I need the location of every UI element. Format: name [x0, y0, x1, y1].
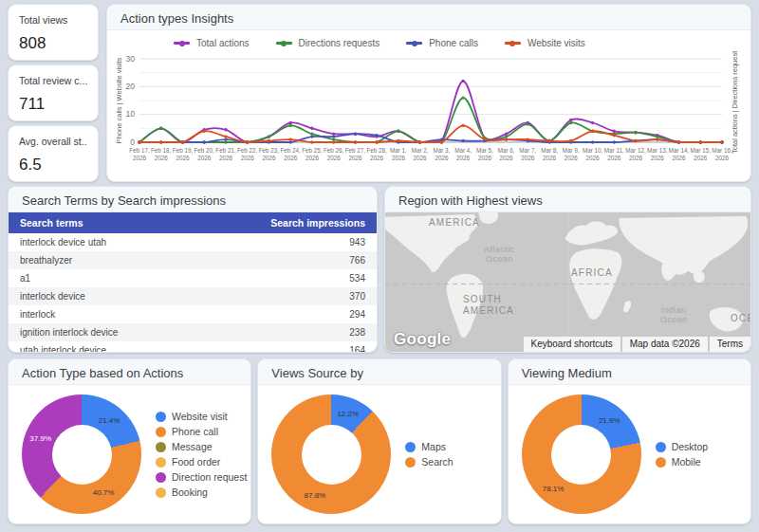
data-point[interactable]: [332, 133, 335, 136]
data-point[interactable]: [310, 127, 313, 130]
legend-item-direction-request[interactable]: Direction request: [156, 471, 247, 483]
data-point[interactable]: [613, 134, 616, 137]
legend-item-phone-calls[interactable]: Phone calls: [406, 38, 478, 48]
data-point[interactable]: [440, 140, 443, 143]
donut-chart[interactable]: 21.4%40.7%37.9%: [22, 394, 141, 514]
world-map[interactable]: AMERICAAtlantic OceanAFRICASOUTH AMERICA…: [385, 212, 750, 352]
table-row[interactable]: a1534: [9, 269, 377, 287]
terms-link[interactable]: Terms: [710, 337, 750, 352]
legend-item-mobile[interactable]: Mobile: [656, 456, 709, 468]
data-point[interactable]: [268, 139, 270, 142]
x-tick-year: 2026: [241, 155, 255, 161]
x-tick-label: Mar 7,: [519, 147, 536, 154]
data-point[interactable]: [224, 128, 227, 131]
column-header-search-terms[interactable]: Search terms: [9, 212, 193, 233]
data-point[interactable]: [527, 122, 529, 125]
legend-item-message[interactable]: Message: [156, 441, 247, 452]
data-point[interactable]: [461, 96, 464, 99]
column-header-search-impressions[interactable]: Search impressions: [193, 212, 377, 233]
legend-item-directions-requests[interactable]: Directions requests: [276, 38, 380, 48]
x-tick-year: 2026: [327, 155, 342, 161]
data-point[interactable]: [527, 138, 529, 140]
legend-item-search[interactable]: Search: [405, 456, 453, 468]
data-point[interactable]: [159, 140, 162, 143]
data-point[interactable]: [634, 139, 637, 142]
legend-item-desktop[interactable]: Desktop: [656, 441, 709, 452]
data-point[interactable]: [613, 130, 616, 133]
data-point[interactable]: [613, 140, 616, 143]
data-point[interactable]: [268, 135, 270, 138]
data-point[interactable]: [224, 135, 227, 138]
data-point[interactable]: [138, 140, 140, 143]
data-point[interactable]: [569, 139, 572, 142]
data-point[interactable]: [354, 133, 357, 136]
data-point[interactable]: [181, 140, 184, 143]
data-point[interactable]: [203, 130, 206, 133]
data-point[interactable]: [375, 134, 378, 137]
legend-item-booking[interactable]: Booking: [156, 486, 247, 498]
data-point[interactable]: [203, 140, 206, 143]
data-point[interactable]: [224, 138, 227, 140]
donut-chart[interactable]: 12.2%87.8%: [271, 394, 391, 514]
donut-chart[interactable]: 21.9%78.1%: [522, 394, 641, 514]
data-point[interactable]: [354, 140, 357, 143]
data-point[interactable]: [483, 138, 486, 140]
viewing-medium-donut-card: Viewing Medium 21.9%78.1% DesktopMobile: [508, 358, 751, 524]
data-point[interactable]: [418, 140, 421, 143]
line-chart[interactable]: 0102030Feb 17,2026Feb 18,2026Feb 19,2026…: [115, 51, 745, 173]
table-row[interactable]: interlock294: [9, 305, 377, 323]
data-point[interactable]: [310, 135, 313, 138]
data-point[interactable]: [397, 139, 399, 142]
table-row[interactable]: interlock device370: [9, 287, 377, 305]
data-point[interactable]: [332, 140, 335, 143]
google-logo[interactable]: Google: [394, 330, 451, 349]
table-row[interactable]: interlock device utah943: [9, 233, 377, 251]
data-point[interactable]: [224, 140, 227, 143]
data-point[interactable]: [505, 133, 508, 136]
data-point[interactable]: [289, 121, 292, 124]
data-point[interactable]: [591, 130, 594, 133]
map-attribution-bar: Keyboard shortcuts Map data ©2026 Terms: [524, 337, 751, 352]
table-row[interactable]: utah interlock device164: [9, 341, 377, 353]
data-point[interactable]: [505, 138, 508, 140]
table-row[interactable]: ignition interlock device238: [9, 323, 377, 341]
legend-item-website-visits[interactable]: Website visits: [505, 38, 585, 48]
keyboard-shortcuts-button[interactable]: Keyboard shortcuts: [524, 337, 620, 352]
data-point[interactable]: [310, 140, 313, 143]
top-row: Total views 808 Total review c... 711 Av…: [8, 4, 751, 182]
data-point[interactable]: [159, 127, 162, 130]
data-point[interactable]: [569, 119, 572, 121]
search-terms-card: Search Terms by Search impressions Searc…: [8, 186, 378, 353]
table-row[interactable]: breathalyzer766: [9, 251, 377, 269]
legend-item-phone-call[interactable]: Phone call: [156, 426, 247, 437]
data-point[interactable]: [591, 121, 594, 124]
data-point[interactable]: [332, 138, 335, 140]
data-point[interactable]: [569, 121, 572, 124]
data-point[interactable]: [310, 133, 313, 136]
data-point[interactable]: [375, 140, 378, 143]
data-point[interactable]: [656, 138, 658, 140]
data-point[interactable]: [246, 140, 249, 143]
data-point[interactable]: [699, 140, 702, 143]
data-point[interactable]: [440, 138, 443, 140]
legend-item-website-visit[interactable]: Website visit: [156, 411, 247, 422]
data-point[interactable]: [461, 139, 464, 142]
data-point[interactable]: [461, 124, 464, 127]
data-point[interactable]: [461, 80, 464, 83]
data-point[interactable]: [634, 131, 637, 134]
data-point[interactable]: [332, 135, 335, 138]
data-point[interactable]: [720, 140, 723, 143]
legend-item-maps[interactable]: Maps: [405, 441, 453, 452]
data-point[interactable]: [656, 135, 658, 138]
legend-item-food-order[interactable]: Food order: [156, 456, 247, 468]
data-point[interactable]: [505, 135, 508, 138]
data-point[interactable]: [547, 139, 550, 142]
data-point[interactable]: [289, 124, 292, 127]
data-point[interactable]: [591, 140, 594, 143]
legend-item-total-actions[interactable]: Total actions: [174, 38, 250, 48]
slice-percent-label: 21.9%: [599, 415, 620, 424]
data-point[interactable]: [397, 130, 399, 133]
data-point[interactable]: [289, 140, 292, 143]
data-point[interactable]: [289, 138, 292, 140]
data-point[interactable]: [677, 140, 680, 143]
